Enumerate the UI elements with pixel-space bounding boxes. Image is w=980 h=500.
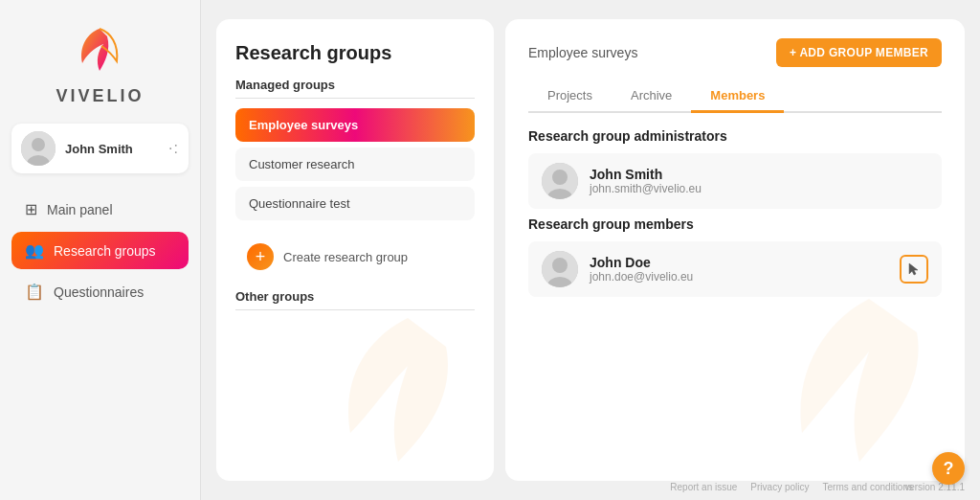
tab-members[interactable]: Members [691,80,784,113]
group-list: Employee surveys Customer research Quest… [235,108,475,220]
tab-projects[interactable]: Projects [528,80,612,113]
sidebar-item-label: Research groups [54,243,156,259]
member-info: John Doe john.doe@vivelio.eu [590,255,888,284]
sidebar-item-questionnaires[interactable]: 📋 Questionnaires [11,273,189,310]
admin-name: John Smith [590,167,928,182]
page-footer: Report an issue Privacy policy Terms and… [670,482,913,492]
right-panel-title: Employee surveys [528,45,637,60]
vivelio-logo [69,19,130,80]
group-item-employee-surveys[interactable]: Employee surveys [235,108,475,142]
member-card-john-doe: John Doe john.doe@vivelio.eu [528,241,942,297]
privacy-policy-link[interactable]: Privacy policy [750,482,809,492]
main-content: Research groups Managed groups Employee … [201,0,980,500]
member-name: John Doe [590,255,888,270]
admin-info: John Smith john.smith@vivelio.eu [590,167,928,195]
left-panel: Research groups Managed groups Employee … [216,19,494,481]
plus-icon: + [247,243,274,270]
logo-area: VIVELIO [56,19,144,106]
tab-archive[interactable]: Archive [612,80,691,113]
member-avatar [542,251,578,287]
user-menu-dots[interactable]: ·: [168,140,179,157]
group-item-questionnaire-test[interactable]: Questionnaire test [235,187,475,220]
user-avatar [21,131,56,166]
member-action-button[interactable] [900,255,928,284]
report-issue-link[interactable]: Report an issue [670,482,737,492]
sidebar-item-label: Main panel [47,202,113,217]
tabs: Projects Archive Members [528,80,942,113]
sidebar-item-main-panel[interactable]: ⊞ Main panel [11,191,189,228]
left-panel-decoration [322,308,494,481]
user-card[interactable]: John Smith ·: [11,124,189,173]
admins-heading: Research group administrators [528,128,942,144]
admin-avatar [542,163,578,199]
right-panel-decoration [773,289,965,481]
admin-email: john.smith@vivelio.eu [590,182,928,195]
svg-point-1 [32,138,45,151]
create-group-label: Create research group [283,250,408,264]
sidebar-item-research-groups[interactable]: 👥 Research groups [11,232,189,269]
sidebar-item-label: Questionnaires [54,284,144,300]
managed-groups-label: Managed groups [235,78,475,99]
members-heading: Research group members [528,216,942,232]
questionnaires-icon: 📋 [25,283,44,301]
svg-point-7 [552,258,568,273]
other-groups-label: Other groups [235,289,475,310]
admin-card-john-smith: John Smith john.smith@vivelio.eu [528,153,942,209]
help-button[interactable]: ? [932,452,965,485]
svg-point-4 [552,170,568,185]
create-research-group-button[interactable]: + Create research group [235,234,475,280]
right-header: Employee surveys + ADD GROUP MEMBER [528,38,942,67]
research-groups-icon: 👥 [25,241,44,260]
add-group-member-button[interactable]: + ADD GROUP MEMBER [776,38,942,67]
main-panel-icon: ⊞ [25,200,37,218]
terms-conditions-link[interactable]: Terms and conditions [823,482,914,492]
right-panel: Employee surveys + ADD GROUP MEMBER Proj… [505,19,965,481]
member-email: john.doe@vivelio.eu [590,270,888,284]
user-name: John Smith [65,142,168,156]
version-text: version 2.11.1 [904,482,965,492]
cursor-icon [906,261,922,277]
group-item-customer-research[interactable]: Customer research [235,148,475,181]
nav-items: ⊞ Main panel 👥 Research groups 📋 Questio… [0,191,200,310]
sidebar: VIVELIO John Smith ·: ⊞ Main panel 👥 Res… [0,0,201,500]
left-panel-title: Research groups [235,42,475,64]
logo-text: VIVELIO [56,86,144,106]
